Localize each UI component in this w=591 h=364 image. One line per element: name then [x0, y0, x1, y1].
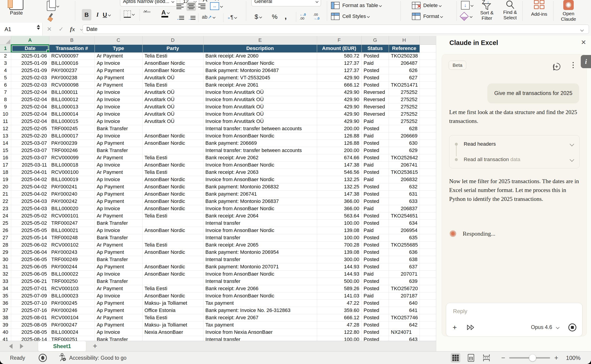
cell[interactable]: 640 [389, 299, 420, 307]
cell[interactable]: 126.88 [317, 132, 361, 140]
cell[interactable]: Paid [361, 132, 389, 140]
cell[interactable]: 100.00 [317, 234, 361, 241]
cell[interactable]: Bank payment: Montonio 206954 [203, 249, 317, 256]
tool-row-read-data[interactable]: Read all transaction data [449, 155, 579, 164]
copy-button[interactable] [47, 1, 59, 11]
cell[interactable]: Bank receipt: Arve 2061 [203, 81, 317, 89]
cell[interactable]: 2025-05-02 [11, 220, 49, 227]
row-number[interactable]: 18 [0, 169, 11, 176]
sort-filter-button[interactable]: Z↓ Sort & Filter [476, 0, 497, 21]
row-number[interactable]: 36 [0, 299, 11, 307]
cell[interactable]: Invoice from Arvutitark OÜ [203, 89, 317, 96]
cell[interactable]: TKO252642 [389, 154, 420, 161]
name-box-spinner[interactable] [37, 25, 40, 30]
normal-view-button[interactable] [451, 353, 460, 363]
row-number[interactable]: 31 [0, 263, 11, 270]
cell[interactable]: 429.90 [317, 118, 361, 125]
cell[interactable]: Bank payment: Montonio 206487 [203, 67, 317, 74]
cell[interactable]: 636 [389, 249, 420, 256]
cell[interactable]: Maksu- ja Tolliamet [142, 299, 203, 307]
cell[interactable]: PAY000245 [49, 299, 95, 307]
cell[interactable]: 639 [389, 278, 420, 285]
cell[interactable]: Posted [361, 198, 389, 205]
cell[interactable]: TKO257746 [389, 314, 420, 321]
row-number[interactable]: 10 [0, 110, 11, 118]
cell[interactable] [420, 74, 436, 81]
cell[interactable] [420, 212, 436, 220]
cell[interactable]: Ap Invoice [95, 89, 142, 96]
row-number[interactable]: 35 [0, 292, 11, 299]
cell[interactable]: Ar Payment [95, 52, 142, 59]
cell[interactable]: 47.28 [317, 321, 361, 329]
cell[interactable]: 2025-02-04 [11, 89, 49, 96]
cell[interactable]: Bank receipt: Arve 2062 [203, 154, 317, 161]
cell[interactable]: Posted [361, 299, 389, 307]
cell[interactable]: Invoice from Arvutitark OÜ [203, 118, 317, 125]
cell[interactable]: 429.90 [317, 96, 361, 103]
header-cell[interactable]: Date [11, 45, 49, 52]
cell[interactable]: 2025-02-04 [11, 96, 49, 103]
cell[interactable]: 366.00 [317, 205, 361, 212]
column-header-B[interactable]: B [49, 36, 95, 45]
cell[interactable]: Bank Transfer [95, 220, 142, 227]
cell[interactable]: 126.88 [317, 140, 361, 147]
format-button[interactable]: Format [412, 13, 443, 20]
row-number[interactable]: 14 [0, 140, 11, 147]
cell[interactable] [420, 205, 436, 212]
cell[interactable]: Ap Payment [95, 140, 142, 147]
select-all-corner[interactable] [0, 36, 11, 45]
cell[interactable]: Invoice from AnsonBaer Nordic [203, 59, 317, 67]
cell[interactable]: PAY000241 [49, 183, 95, 190]
cell[interactable]: Internal transfer: transfer between acco… [203, 125, 317, 132]
cell[interactable]: Paid [361, 227, 389, 234]
cell[interactable]: Paid [361, 59, 389, 67]
cell[interactable]: AnsonBaer Nordic [142, 249, 203, 256]
cell[interactable]: RCV000097 [49, 52, 95, 59]
cell[interactable] [420, 89, 436, 96]
cell[interactable] [420, 169, 436, 176]
currency-button[interactable]: $ [255, 13, 262, 20]
column-header-H[interactable]: H [389, 36, 420, 45]
cell[interactable] [420, 270, 436, 278]
cell[interactable]: 2025-08-01 [11, 314, 49, 321]
cell[interactable]: Nexia AnsonBaer [142, 329, 203, 336]
column-header-C[interactable]: C [95, 36, 142, 45]
cell[interactable]: Internal transfer: transfer between acco… [203, 147, 317, 154]
cell[interactable]: 100.00 [317, 336, 361, 341]
cell[interactable]: 122.80 [317, 329, 361, 336]
cell[interactable]: Posted [361, 241, 389, 249]
cell[interactable]: Ar Payment [95, 154, 142, 161]
cell[interactable]: 2025-07-09 [11, 292, 49, 299]
cell[interactable]: Invoice from Arvutitark OÜ [203, 103, 317, 110]
cell[interactable]: 2025-04-03 [11, 198, 49, 205]
cell[interactable]: 641 [389, 307, 420, 314]
row-number[interactable]: 29 [0, 249, 11, 256]
cell[interactable]: AnsonBaer Nordic [142, 198, 203, 205]
open-claude-button[interactable]: ✺ Open Claude [557, 0, 581, 22]
cell[interactable]: Ap Invoice [95, 176, 142, 183]
font-name-select[interactable]: Aptos Narrow (Bod... [120, 0, 177, 6]
row-number[interactable]: 26 [0, 227, 11, 234]
cell[interactable]: PAY000246 [49, 307, 95, 314]
next-sheet-icon[interactable] [20, 344, 23, 349]
cell[interactable]: 207071 [389, 270, 420, 278]
cell[interactable]: 2025-03-11 [11, 161, 49, 169]
cell[interactable]: 626 [389, 67, 420, 74]
cell[interactable]: TKO255685 [389, 241, 420, 249]
cell[interactable]: Reversed [361, 89, 389, 96]
cell[interactable]: Ap Payment [95, 321, 142, 329]
cell[interactable]: 200.00 [317, 125, 361, 132]
cell[interactable]: 141.03 [317, 292, 361, 299]
cell[interactable]: 147.38 [317, 190, 361, 198]
cell[interactable]: Posted [361, 125, 389, 132]
cell[interactable] [420, 285, 436, 292]
percent-button[interactable]: % [272, 13, 277, 20]
cell[interactable] [420, 263, 436, 270]
cell[interactable]: 632 [389, 183, 420, 190]
cell[interactable] [420, 103, 436, 110]
shrink-font-button[interactable]: A [215, 0, 219, 2]
header-cell[interactable]: Amount (EUR) [317, 45, 361, 52]
cell[interactable]: 275252 [389, 89, 420, 96]
row-number[interactable]: 12 [0, 125, 11, 132]
cell[interactable]: TKO251471 [389, 81, 420, 89]
